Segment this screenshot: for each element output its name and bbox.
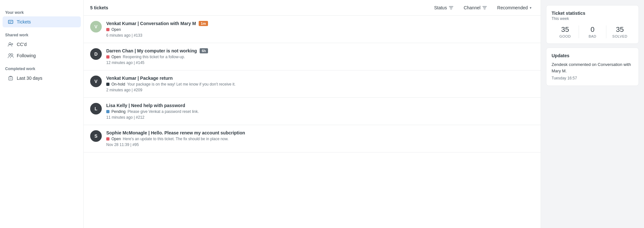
stat-item: 0 BAD bbox=[579, 25, 606, 38]
stat-label: SOLVED bbox=[612, 34, 628, 38]
sidebar-section-your-work: Your work Tickets bbox=[0, 5, 83, 28]
status-dot bbox=[106, 28, 109, 31]
status-label: Open bbox=[111, 137, 121, 141]
recommended-button[interactable]: Recommended ▾ bbox=[495, 4, 534, 12]
svg-point-3 bbox=[11, 54, 13, 56]
ticket-icon bbox=[8, 19, 14, 25]
ticket-title-row: Venkat Kumar | Conversation with Mary M … bbox=[106, 21, 534, 26]
ticket-title: Sophie McMonagle | Hello. Please renew m… bbox=[106, 130, 245, 135]
update-item: Zendesk commented on Conversation with M… bbox=[552, 61, 633, 80]
sidebar-item-last30days[interactable]: Last 30 days bbox=[3, 73, 81, 84]
ticket-row[interactable]: V Venkat Kumar | Conversation with Mary … bbox=[84, 16, 541, 43]
status-filter-button[interactable]: Status bbox=[431, 4, 456, 12]
ticket-meta: Open Here's an update to this ticket. Th… bbox=[106, 137, 534, 141]
stat-item: 35 GOOD bbox=[552, 25, 579, 38]
status-label: Open bbox=[111, 27, 121, 32]
ticket-row[interactable]: V Venkat Kumar | Package return On-hold … bbox=[84, 70, 541, 98]
ticket-badge: 1m bbox=[199, 21, 208, 26]
avatar: L bbox=[90, 103, 102, 114]
ticket-time: Nov 28 11:39 | #95 bbox=[106, 142, 534, 147]
last30-label: Last 30 days bbox=[17, 76, 42, 81]
main-header: 5 tickets Status Channel Recommended ▾ bbox=[84, 0, 541, 16]
ticket-preview: Please give Venkat a password reset link… bbox=[128, 109, 199, 114]
ticket-title-row: Sophie McMonagle | Hello. Please renew m… bbox=[106, 130, 534, 135]
sidebar-section-completed-work: Completed work Last 30 days bbox=[0, 61, 83, 84]
svg-point-2 bbox=[9, 54, 11, 56]
filter-icon-channel bbox=[482, 5, 487, 10]
ticket-statistics-card: Ticket statistics This week 35 GOOD 0 BA… bbox=[546, 5, 639, 44]
recommended-label: Recommended bbox=[497, 5, 528, 10]
statistics-title: Ticket statistics bbox=[552, 11, 633, 16]
ticket-content: Sophie McMonagle | Hello. Please renew m… bbox=[106, 130, 534, 147]
ticket-content: Venkat Kumar | Package return On-hold Yo… bbox=[106, 76, 534, 92]
main-content: 5 tickets Status Channel Recommended ▾ bbox=[84, 0, 541, 228]
ticket-time: 2 minutes ago | #209 bbox=[106, 88, 534, 92]
following-label: Following bbox=[17, 53, 36, 58]
channel-filter-button[interactable]: Channel bbox=[461, 4, 489, 12]
ticket-time: 12 minutes ago | #145 bbox=[106, 60, 534, 65]
shared-work-label: Shared work bbox=[0, 30, 83, 39]
ticket-badge: 6h bbox=[200, 48, 208, 53]
your-work-label: Your work bbox=[0, 8, 83, 16]
ticket-title: Darren Chan | My computer is not working bbox=[106, 48, 197, 53]
updates-card: Updates Zendesk commented on Conversatio… bbox=[546, 48, 639, 86]
following-icon bbox=[8, 53, 14, 59]
stat-item: 35 SOLVED bbox=[606, 25, 633, 38]
box-icon bbox=[8, 75, 14, 81]
status-label: Pending bbox=[111, 109, 126, 114]
stat-label: GOOD bbox=[559, 34, 571, 38]
ticket-preview: Reopening this ticket for a follow-up. bbox=[123, 55, 185, 59]
stat-value: 0 bbox=[591, 25, 594, 34]
status-dot bbox=[106, 83, 109, 86]
ticket-time: 11 minutes ago | #212 bbox=[106, 115, 534, 120]
ticket-row[interactable]: D Darren Chan | My computer is not worki… bbox=[84, 43, 541, 70]
status-dot bbox=[106, 110, 109, 113]
updates-list: Zendesk commented on Conversation with M… bbox=[552, 61, 633, 80]
ticket-preview: Your package is on the way! Let me know … bbox=[127, 82, 236, 87]
ticket-row[interactable]: L Lisa Kelly | Need help with password P… bbox=[84, 98, 541, 125]
stat-value: 35 bbox=[616, 25, 624, 34]
filter-icon-status bbox=[449, 5, 453, 10]
update-text: Zendesk commented on Conversation with M… bbox=[552, 61, 633, 74]
status-label: Open bbox=[111, 55, 121, 59]
ticket-row[interactable]: S Sophie McMonagle | Hello. Please renew… bbox=[84, 125, 541, 152]
sidebar-section-shared-work: Shared work CC'd Following bbox=[0, 28, 83, 61]
ticket-content: Darren Chan | My computer is not working… bbox=[106, 48, 534, 65]
status-dot bbox=[106, 55, 109, 59]
ticket-meta: Pending Please give Venkat a password re… bbox=[106, 109, 534, 114]
ticket-list: V Venkat Kumar | Conversation with Mary … bbox=[84, 16, 541, 228]
stats-row: 35 GOOD 0 BAD 35 SOLVED bbox=[552, 25, 633, 38]
status-dot bbox=[106, 137, 109, 141]
ticket-title: Venkat Kumar | Conversation with Mary M bbox=[106, 21, 196, 26]
right-panel: Ticket statistics This week 35 GOOD 0 BA… bbox=[541, 0, 644, 228]
channel-filter-label: Channel bbox=[464, 5, 480, 10]
avatar: V bbox=[90, 21, 102, 32]
status-filter-label: Status bbox=[434, 5, 447, 10]
ticket-title-row: Darren Chan | My computer is not working… bbox=[106, 48, 534, 53]
updates-title: Updates bbox=[552, 53, 633, 58]
ticket-content: Venkat Kumar | Conversation with Mary M … bbox=[106, 21, 534, 38]
avatar: S bbox=[90, 130, 102, 142]
sidebar: Your work Tickets Shared work CC bbox=[0, 0, 84, 228]
sidebar-item-tickets[interactable]: Tickets bbox=[3, 16, 81, 27]
ticket-meta: On-hold Your package is on the way! Let … bbox=[106, 82, 534, 87]
ccd-label: CC'd bbox=[17, 42, 27, 47]
ticket-preview: Here's an update to this ticket. The fix… bbox=[123, 137, 228, 141]
filter-bar: Status Channel Recommended ▾ bbox=[431, 4, 534, 12]
sidebar-item-following[interactable]: Following bbox=[3, 50, 81, 61]
recommended-chevron: ▾ bbox=[530, 6, 532, 10]
avatar: D bbox=[90, 48, 102, 60]
statistics-subtitle: This week bbox=[552, 16, 633, 21]
ccd-icon bbox=[8, 41, 14, 47]
stat-label: BAD bbox=[589, 34, 596, 38]
ticket-title-row: Venkat Kumar | Package return bbox=[106, 76, 534, 81]
ticket-time: 6 minutes ago | #133 bbox=[106, 33, 534, 38]
avatar: V bbox=[90, 76, 102, 87]
completed-work-label: Completed work bbox=[0, 64, 83, 72]
ticket-content: Lisa Kelly | Need help with password Pen… bbox=[106, 103, 534, 120]
update-time: Tuesday 16:57 bbox=[552, 76, 633, 80]
ticket-title: Lisa Kelly | Need help with password bbox=[106, 103, 185, 108]
ticket-title: Venkat Kumar | Package return bbox=[106, 76, 173, 81]
status-label: On-hold bbox=[111, 82, 125, 87]
sidebar-item-ccd[interactable]: CC'd bbox=[3, 39, 81, 50]
